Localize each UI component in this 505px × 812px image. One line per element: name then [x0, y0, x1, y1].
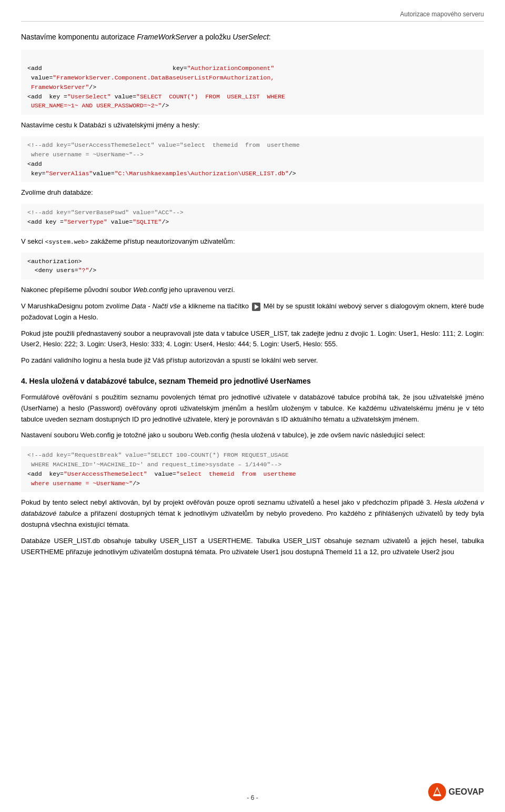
code-block-3: <!--add key="ServerBasePswd" value="ACC"…: [21, 204, 484, 231]
code-block-5: <!--add key="RequestBreak" value="SELECT…: [21, 446, 484, 492]
header-bar: Autorizace mapového serveru: [21, 11, 484, 22]
header-title: Autorizace mapového serveru: [400, 11, 484, 18]
section-4-number: 4.: [21, 377, 27, 385]
section-4-title: Hesla uložená v databázové tabulce, sezn…: [29, 377, 311, 385]
para-3-prefix: V sekci: [21, 237, 45, 245]
geovap-logo-icon: [428, 783, 447, 801]
page-number: - 6 -: [247, 794, 258, 801]
para-9: Nastavení souboru Web.config je totožné …: [21, 430, 484, 441]
para-8: Formulářové ověřování s použitím seznamu…: [21, 392, 484, 425]
para-5-middle: a klikneme na tlačítko: [180, 302, 251, 310]
code-block-4: <authorization> <deny users="?"/>: [21, 253, 484, 280]
para-3-suffix: zakážeme přístup neautorizovaným uživate…: [88, 237, 235, 245]
code-block-1: <add key="AuthorizationComponent" value=…: [21, 50, 484, 115]
para-5-italic: Data - Načti vše: [132, 302, 180, 310]
play-button-icon: [252, 303, 260, 311]
para-7: Po zadání validního loginu a hesla bude …: [21, 355, 484, 366]
para-10-cont: a přiřazení dostupných témat k jednotliv…: [21, 509, 484, 528]
para-10-text: Pokud by tento select nebyl aktivován, b…: [21, 498, 435, 506]
geovap-logo-text: GEOVAP: [449, 787, 484, 797]
para-11: Databáze USER_LIST.db obsahuje tabulky U…: [21, 536, 484, 558]
para-3-code: <system.web>: [45, 238, 89, 245]
para-10: Pokud by tento select nebyl aktivován, b…: [21, 497, 484, 530]
intro-paragraph: Nastavíme komponentu autorizace FrameWor…: [21, 31, 484, 43]
section-4-heading: 4. Hesla uložená v databázové tabulce, s…: [21, 376, 484, 387]
para-5: V MarushkaDesignu potom zvolíme Data - N…: [21, 301, 484, 323]
para-3: V sekci <system.web> zakážeme přístup ne…: [21, 236, 484, 247]
para-6: Pokud jste použili přednastavený soubor …: [21, 328, 484, 350]
para-1: Nastavíme cestu k Databázi s uživatelský…: [21, 120, 484, 131]
page: Autorizace mapového serveru Nastavíme ko…: [0, 0, 505, 594]
code-block-2: <!--add key="UserAccessThemeSelect" valu…: [21, 136, 484, 182]
para-4: Nakonec přepíšeme původní soubor Web.con…: [21, 285, 484, 296]
para-5-prefix: V MarushkaDesignu potom zvolíme: [21, 302, 132, 310]
footer-logo: GEOVAP: [428, 783, 484, 801]
para-2: Zvolíme druh databáze:: [21, 187, 484, 198]
